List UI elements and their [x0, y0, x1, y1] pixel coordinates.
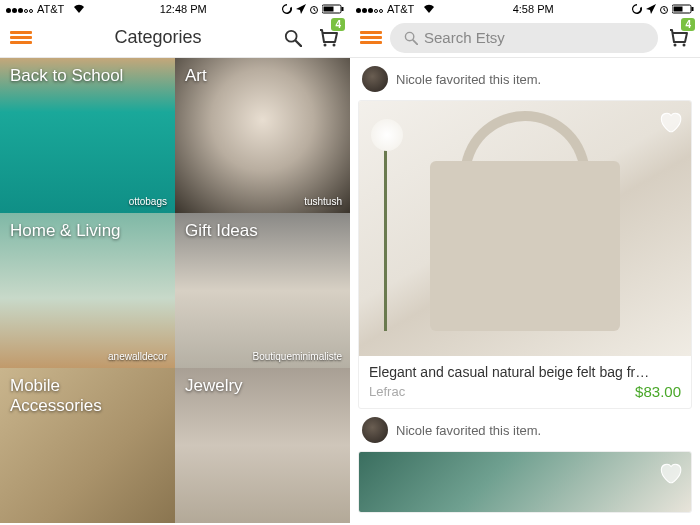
screen-categories: AT&T 12:48 PM Categories 4 Back to Schoo…: [0, 0, 350, 525]
cart-button[interactable]: 4: [316, 24, 340, 52]
product-card[interactable]: Elegant and casual natural beige felt ba…: [358, 100, 692, 409]
menu-icon[interactable]: [360, 29, 382, 46]
cart-badge: 4: [331, 18, 345, 31]
wifi-icon: [423, 4, 435, 14]
svg-point-15: [683, 43, 686, 46]
location-arrow-icon: [646, 4, 656, 14]
alarm-icon: [659, 4, 669, 14]
location-arrow-icon: [296, 4, 306, 14]
search-placeholder: Search Etsy: [424, 29, 505, 46]
refresh-icon: [631, 3, 643, 15]
refresh-icon: [281, 3, 293, 15]
category-tile[interactable]: Home & Livinganewalldecor: [0, 213, 175, 368]
alarm-icon: [309, 4, 319, 14]
avatar[interactable]: [362, 66, 388, 92]
heart-icon: [657, 109, 683, 135]
svg-point-6: [323, 43, 326, 46]
activity-row: Nicole favorited this item.: [358, 409, 692, 451]
wifi-icon: [73, 4, 85, 14]
status-time: 12:48 PM: [160, 3, 207, 15]
svg-line-13: [413, 40, 417, 44]
product-card[interactable]: [358, 451, 692, 513]
svg-rect-11: [691, 7, 693, 11]
svg-point-7: [332, 43, 335, 46]
carrier-label: AT&T: [37, 3, 64, 15]
activity-text: Nicole favorited this item.: [396, 72, 541, 87]
heart-icon: [657, 460, 683, 486]
svg-rect-10: [673, 7, 682, 12]
carrier-label: AT&T: [387, 3, 414, 15]
category-tile[interactable]: Mobile Accessories: [0, 368, 175, 523]
status-bar: AT&T 4:58 PM: [350, 0, 700, 18]
status-time: 4:58 PM: [513, 3, 554, 15]
category-tile[interactable]: Back to Schoolottobags: [0, 58, 175, 213]
header: Search Etsy 4: [350, 18, 700, 58]
search-icon: [404, 31, 418, 45]
status-bar: AT&T 12:48 PM: [0, 0, 350, 18]
svg-point-14: [674, 43, 677, 46]
menu-icon[interactable]: [10, 29, 32, 46]
cart-button[interactable]: 4: [666, 24, 690, 52]
search-input[interactable]: Search Etsy: [390, 23, 658, 53]
category-tile[interactable]: Gift IdeasBoutiqueminimaliste: [175, 213, 350, 368]
screen-feed: AT&T 4:58 PM Search Etsy 4 Nicole favori…: [350, 0, 700, 525]
avatar[interactable]: [362, 417, 388, 443]
cart-badge: 4: [681, 18, 695, 31]
page-title: Categories: [114, 27, 201, 48]
activity-feed: Nicole favorited this item. Elegant and …: [350, 58, 700, 525]
product-price: $83.00: [635, 383, 681, 400]
product-title: Elegant and casual natural beige felt ba…: [369, 364, 681, 380]
signal-dots: [6, 3, 34, 15]
battery-icon: [322, 4, 344, 14]
product-image: [359, 452, 691, 512]
favorite-button[interactable]: [657, 109, 683, 139]
battery-icon: [672, 4, 694, 14]
signal-dots: [356, 3, 384, 15]
favorite-button[interactable]: [657, 460, 683, 490]
product-info: Elegant and casual natural beige felt ba…: [359, 356, 691, 408]
activity-text: Nicole favorited this item.: [396, 423, 541, 438]
search-icon[interactable]: [284, 29, 302, 47]
svg-line-5: [296, 40, 301, 45]
category-tile[interactable]: Arttushtush: [175, 58, 350, 213]
category-tile[interactable]: Jewelry: [175, 368, 350, 523]
header: Categories 4: [0, 18, 350, 58]
category-grid: Back to Schoolottobags Arttushtush Home …: [0, 58, 350, 523]
seller-name: Lefrac: [369, 384, 405, 399]
svg-rect-2: [323, 7, 333, 12]
activity-row: Nicole favorited this item.: [358, 58, 692, 100]
svg-rect-3: [341, 7, 343, 11]
product-image: [359, 101, 691, 356]
